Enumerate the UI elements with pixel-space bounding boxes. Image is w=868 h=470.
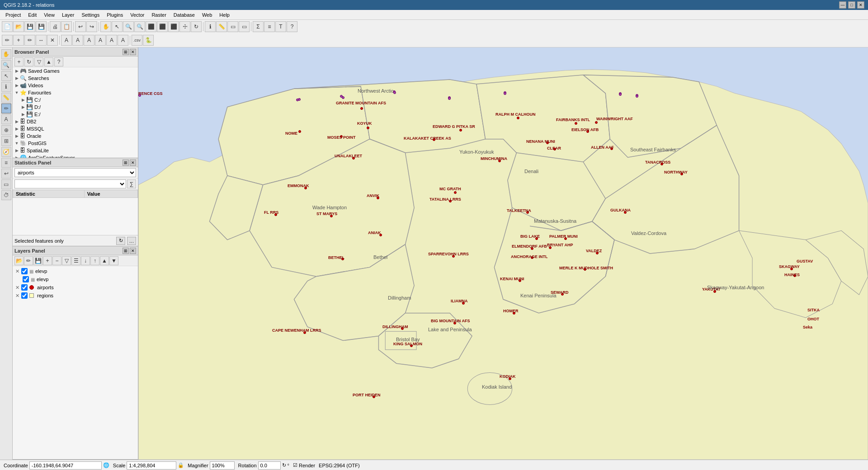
menu-edit[interactable]: Edit [24, 11, 40, 19]
stats-close-button[interactable]: ✕ [130, 160, 136, 166]
help-button2[interactable]: ? [287, 21, 297, 32]
layers-remove-button[interactable]: − [52, 256, 61, 265]
tree-item-oracle[interactable]: ▶ 🗄 Oracle [13, 132, 138, 140]
pan-map-button[interactable]: ☩ [179, 21, 190, 32]
browser-close-button[interactable]: ✕ [130, 49, 136, 55]
move-button[interactable]: ↔ [36, 35, 47, 46]
selected-features-refresh-button[interactable]: ↻ [116, 237, 125, 245]
menu-web[interactable]: Web [198, 11, 216, 19]
coordinate-input[interactable] [29, 461, 102, 470]
pan-tool[interactable]: ✋ [100, 21, 111, 32]
label-button[interactable]: T [275, 21, 286, 32]
menu-view[interactable]: View [40, 11, 58, 19]
label4-button[interactable]: A [95, 35, 106, 46]
stats-float-button[interactable]: ⊞ [123, 160, 129, 166]
stats-field-select[interactable] [14, 179, 126, 188]
menu-plugins[interactable]: Plugins [103, 11, 127, 19]
snapping-side[interactable]: ⊕ [1, 125, 11, 135]
layer-checkbox-airports[interactable] [21, 284, 28, 291]
layer-item-regions[interactable]: ✕ regions [14, 291, 137, 300]
stats-calc-button[interactable]: ∑ [127, 179, 136, 188]
label6-button[interactable]: A [118, 35, 128, 46]
label3-button[interactable]: A [84, 35, 94, 46]
tree-item-e[interactable]: ▶ 💾 E:/ [13, 111, 138, 118]
add-feature-button[interactable]: + [13, 35, 24, 46]
layers-group-button[interactable]: ☰ [71, 256, 80, 265]
tree-item-saved-games[interactable]: ▶ 🎮 Saved Games [13, 67, 138, 75]
print-composer-button[interactable]: 📋 [61, 21, 72, 32]
history-side[interactable]: ↩ [1, 169, 11, 179]
menu-database[interactable]: Database [170, 11, 198, 19]
expander-searches[interactable]: ▶ [14, 75, 20, 81]
open-button[interactable]: 📂 [13, 21, 24, 32]
identify-button[interactable]: ℹ [205, 21, 216, 32]
measure-button[interactable]: 📏 [216, 21, 227, 32]
layer-checkbox-elevp[interactable] [23, 276, 29, 282]
tree-item-mssql[interactable]: ▶ 🗄 MSSQL [13, 125, 138, 132]
layers-collapse-button[interactable]: ↑ [90, 256, 99, 265]
layers-up-button[interactable]: ▲ [100, 256, 109, 265]
map-area[interactable]: NOME MOSES POINT KOYUK GRANITE MOUNTAIN … [138, 47, 868, 460]
tree-item-c[interactable]: ▶ 💾 C:/ [13, 96, 138, 103]
browser-refresh-button[interactable]: ↻ [24, 57, 33, 66]
pan-tool-side[interactable]: ✋ [1, 49, 11, 59]
menu-settings[interactable]: Settings [78, 11, 103, 19]
overview-side[interactable]: ▭ [1, 179, 11, 189]
expander-videos[interactable]: ▶ [14, 82, 20, 89]
selected-features-more-button[interactable]: … [127, 237, 136, 245]
edit-button[interactable]: ✏ [2, 35, 13, 46]
layers-down-button[interactable]: ▼ [109, 256, 118, 265]
deselect-button[interactable]: ▭ [239, 21, 250, 32]
expander-favourites[interactable]: ▼ [14, 89, 20, 96]
menu-layer[interactable]: Layer [58, 11, 78, 19]
layer-item-elevp-checked[interactable]: ✕ ▦ elevp [14, 267, 137, 275]
browser-float-button[interactable]: ⊞ [123, 49, 129, 55]
browser-collapse-button[interactable]: ▲ [44, 57, 53, 66]
close-button[interactable]: ✕ [857, 1, 864, 9]
new-project-button[interactable]: 📄 [2, 21, 13, 32]
mapnav-side[interactable]: 🧭 [1, 147, 11, 157]
tree-item-d[interactable]: ▶ 💾 D:/ [13, 103, 138, 111]
zoom-in-button[interactable]: 🔍 [123, 21, 134, 32]
field-calculator-button[interactable]: Σ [253, 21, 264, 32]
select-tool[interactable]: ↖ [112, 21, 123, 32]
maximize-button[interactable]: □ [848, 1, 855, 9]
layer-item-airports[interactable]: ✕ airports [14, 283, 137, 291]
statistic-column-header[interactable]: Statistic [13, 190, 85, 198]
expander-saved-games[interactable]: ▶ [14, 68, 20, 74]
menu-help[interactable]: Help [216, 11, 233, 19]
tree-item-arcgisfeature[interactable]: ▶ 🌐 ArcGisFeatureServer [13, 154, 138, 158]
browser-enable-button[interactable]: ? [54, 57, 63, 66]
digitize-button[interactable]: ✏ [24, 35, 35, 46]
tree-item-videos[interactable]: ▶ 📹 Videos [13, 82, 138, 89]
stats-layer-select[interactable]: airports [14, 168, 136, 177]
browser-add-button[interactable]: + [14, 57, 24, 66]
layers-float-button[interactable]: ⊞ [123, 248, 129, 254]
identify-side[interactable]: ℹ [1, 82, 11, 92]
select-side[interactable]: ↖ [1, 71, 11, 81]
browser-filter-button[interactable]: ▽ [34, 57, 43, 66]
tree-item-spatialite[interactable]: ▶ 🗄 SpatiaLite [13, 147, 138, 154]
magnifier-input[interactable] [210, 461, 235, 470]
tree-item-searches[interactable]: ▶ 🔍 Searches [13, 75, 138, 82]
layers-add-button[interactable]: + [43, 256, 52, 265]
label5-button[interactable]: A [106, 35, 117, 46]
zoom-layer-button[interactable]: ⬛ [157, 21, 168, 32]
layers-close-button[interactable]: ✕ [130, 248, 136, 254]
layers-filter-button[interactable]: ▽ [62, 256, 71, 265]
csv-button[interactable]: .csv [132, 35, 142, 46]
layer-checkbox-regions[interactable] [21, 292, 28, 299]
menu-raster[interactable]: Raster [148, 11, 170, 19]
tree-item-db2[interactable]: ▶ 🗄 DB2 [13, 118, 138, 125]
browser-tree[interactable]: ▶ 🎮 Saved Games ▶ 🔍 Searches ▶ 📹 Videos [13, 67, 138, 158]
layer-side[interactable]: ≡ [1, 158, 11, 168]
select-features-button[interactable]: ▭ [227, 21, 238, 32]
layer-item-elevp[interactable]: ▦ elevp [14, 275, 137, 283]
zoom-selection-button[interactable]: ⬛ [168, 21, 179, 32]
save-as-button[interactable]: 💾 [36, 21, 47, 32]
minimize-button[interactable]: — [839, 1, 846, 9]
layers-edit-button[interactable]: ✏ [24, 256, 33, 265]
value-column-header[interactable]: Value [84, 190, 137, 198]
zoom-in-side[interactable]: 🔍 [1, 60, 11, 70]
tree-item-postgis[interactable]: ▼ 🐘 PostGIS [13, 140, 138, 147]
